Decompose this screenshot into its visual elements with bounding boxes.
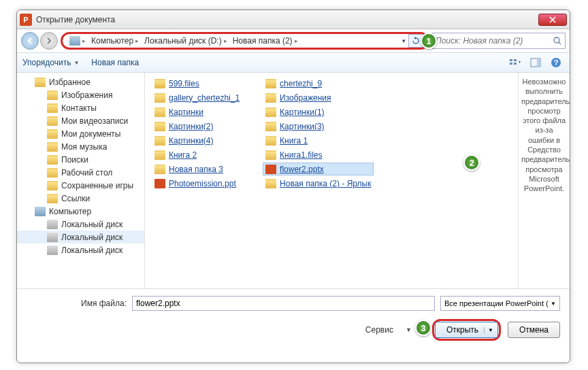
folder-icon: [47, 142, 58, 152]
open-dialog: P Открытие документа ▸ Компьютер▸ Локаль…: [16, 10, 570, 363]
help-icon: ?: [551, 57, 561, 68]
sidebar-item[interactable]: Рабочий стол: [17, 166, 144, 179]
shortcut-icon: [265, 179, 276, 188]
file-item[interactable]: Книга 1: [263, 134, 374, 147]
search-box[interactable]: [432, 33, 566, 49]
chevron-down-icon[interactable]: ▼: [484, 327, 493, 333]
svg-text:?: ?: [554, 58, 559, 67]
file-item[interactable]: Photoemission.ppt: [152, 177, 242, 190]
view-options-button[interactable]: [507, 55, 523, 70]
folder-icon: [265, 107, 276, 117]
file-label: Картинки(2): [169, 122, 214, 131]
annotation-badge-1: 1: [421, 33, 437, 49]
file-label: Картинки(4): [169, 136, 214, 146]
forward-button[interactable]: [40, 32, 58, 50]
sidebar-item[interactable]: Сохраненные игры: [17, 179, 144, 192]
file-item[interactable]: flower2.pptx: [263, 163, 374, 175]
folder-icon: [154, 150, 165, 160]
titlebar: P Открытие документа: [17, 10, 570, 29]
chevron-right-icon: ▸: [224, 37, 227, 44]
file-item[interactable]: 599.files: [152, 77, 242, 90]
sidebar-item[interactable]: Локальный диск: [17, 218, 144, 231]
sidebar-item[interactable]: Изображения: [17, 88, 144, 101]
file-item[interactable]: Изображения: [263, 91, 374, 104]
folder-icon: [154, 93, 165, 103]
file-item[interactable]: Книга 2: [152, 148, 242, 161]
file-label: Новая папка 3: [169, 165, 223, 174]
sidebar-item-label: Локальный диск: [61, 233, 122, 242]
chevron-down-icon[interactable]: ▾: [402, 37, 406, 44]
organize-menu[interactable]: Упорядочить ▼: [22, 58, 79, 67]
breadcrumb-seg-1[interactable]: Локальный диск (D:)▸: [142, 36, 230, 46]
sidebar-item-label: Моя музыка: [61, 142, 107, 152]
address-bar[interactable]: ▸ Компьютер▸ Локальный диск (D:)▸ Новая …: [61, 32, 429, 50]
folder-icon: [47, 90, 58, 100]
chevron-down-icon: ▼: [74, 60, 79, 66]
sidebar-item[interactable]: Избранное: [17, 75, 144, 88]
ppt-icon: [154, 179, 165, 188]
sidebar-item[interactable]: Поиски: [17, 153, 144, 166]
back-button[interactable]: [21, 32, 39, 50]
file-label: Новая папка (2) - Ярлык: [280, 179, 371, 188]
navbar: ▸ Компьютер▸ Локальный диск (D:)▸ Новая …: [17, 29, 570, 52]
new-folder-button[interactable]: Новая папка: [91, 58, 139, 67]
sidebar-item-label: Локальный диск: [61, 220, 122, 229]
sidebar-item-label: Избранное: [49, 78, 91, 87]
folder-icon: [154, 79, 165, 88]
sidebar-item[interactable]: Контакты: [17, 101, 144, 114]
breadcrumb-seg-0[interactable]: Компьютер▸: [88, 36, 142, 46]
close-button[interactable]: [538, 14, 567, 26]
chevron-right-icon: ▸: [82, 37, 86, 44]
app-icon: P: [20, 14, 32, 26]
chevron-down-icon: ▼: [406, 326, 412, 333]
service-label[interactable]: Сервис: [365, 325, 393, 335]
sidebar-item[interactable]: Мои документы: [17, 127, 144, 140]
pc-icon: [35, 207, 46, 216]
file-label: Картинки(1): [280, 107, 325, 117]
sidebar-item[interactable]: Локальный диск: [17, 243, 144, 256]
folder-icon: [154, 107, 165, 117]
file-list[interactable]: 599.filesgallery_chertezhi_1КартинкиКарт…: [145, 73, 518, 288]
file-label: Изображения: [280, 93, 331, 103]
file-item[interactable]: Картинки(4): [152, 134, 242, 147]
preview-pane-button[interactable]: [527, 55, 544, 70]
back-icon: [26, 37, 34, 45]
close-icon: [549, 16, 556, 23]
sidebar-item[interactable]: Локальный диск: [17, 231, 144, 243]
folder-icon: [154, 136, 165, 146]
filename-label: Имя файла:: [81, 299, 127, 308]
ppt-icon: [265, 165, 276, 174]
sidebar[interactable]: ИзбранноеИзображенияКонтактыМои видеозап…: [17, 73, 145, 288]
computer-icon: [69, 36, 80, 46]
sidebar-item[interactable]: Мои видеозаписи: [17, 114, 144, 127]
star-icon: [35, 78, 46, 87]
breadcrumb-seg-2[interactable]: Новая папка (2)▸: [230, 36, 301, 46]
search-input[interactable]: [436, 36, 553, 46]
file-item[interactable]: gallery_chertezhi_1: [152, 91, 242, 104]
forward-icon: [45, 37, 53, 45]
file-item[interactable]: Картинки(3): [263, 120, 374, 133]
cancel-button[interactable]: Отмена: [508, 322, 560, 338]
folder-icon: [47, 181, 58, 190]
open-button[interactable]: Открыть ▼: [435, 322, 498, 338]
sidebar-item[interactable]: Моя музыка: [17, 140, 144, 153]
sidebar-item[interactable]: Компьютер: [17, 205, 144, 218]
sidebar-item-label: Мои видеозаписи: [61, 116, 128, 126]
sidebar-item-label: Локальный диск: [61, 246, 122, 255]
nav-buttons: [21, 32, 58, 50]
file-item[interactable]: Новая папка 3: [152, 163, 242, 175]
help-button[interactable]: ?: [548, 55, 564, 70]
sidebar-item-label: Рабочий стол: [61, 168, 112, 178]
sidebar-item[interactable]: Ссылки: [17, 192, 144, 205]
file-item[interactable]: Картинки: [152, 105, 242, 118]
annotation-badge-3: 3: [415, 320, 431, 336]
file-item[interactable]: Новая папка (2) - Ярлык: [263, 177, 374, 190]
folder-icon: [47, 129, 58, 139]
file-item[interactable]: chertezhi_9: [263, 77, 374, 90]
sidebar-item-label: Мои документы: [61, 129, 120, 139]
file-item[interactable]: Книга1.files: [263, 148, 374, 161]
file-item[interactable]: Картинки(1): [263, 105, 374, 118]
file-item[interactable]: Картинки(2): [152, 120, 242, 133]
filetype-dropdown[interactable]: Все презентации PowerPoint ( ▼: [440, 296, 560, 311]
filename-input[interactable]: [132, 296, 435, 311]
